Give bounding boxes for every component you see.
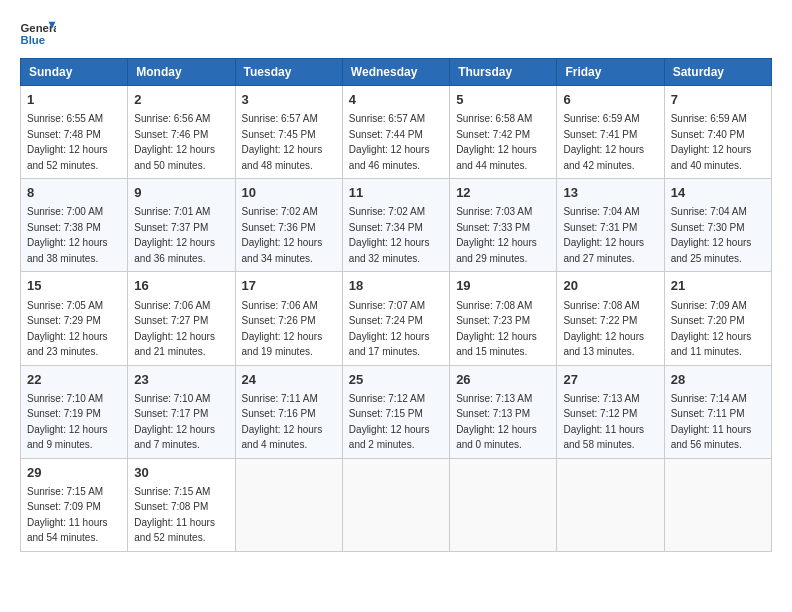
- day-number: 20: [563, 277, 657, 295]
- day-info: Sunrise: 7:11 AMSunset: 7:16 PMDaylight:…: [242, 393, 323, 451]
- day-info: Sunrise: 7:10 AMSunset: 7:19 PMDaylight:…: [27, 393, 108, 451]
- day-info: Sunrise: 6:59 AMSunset: 7:40 PMDaylight:…: [671, 113, 752, 171]
- logo: General Blue: [20, 20, 56, 48]
- calendar-cell: 13 Sunrise: 7:04 AMSunset: 7:31 PMDaylig…: [557, 179, 664, 272]
- calendar-table: SundayMondayTuesdayWednesdayThursdayFrid…: [20, 58, 772, 552]
- day-info: Sunrise: 6:55 AMSunset: 7:48 PMDaylight:…: [27, 113, 108, 171]
- day-header-saturday: Saturday: [664, 59, 771, 86]
- calendar-cell: 6 Sunrise: 6:59 AMSunset: 7:41 PMDayligh…: [557, 86, 664, 179]
- calendar-cell: 10 Sunrise: 7:02 AMSunset: 7:36 PMDaylig…: [235, 179, 342, 272]
- day-info: Sunrise: 7:01 AMSunset: 7:37 PMDaylight:…: [134, 206, 215, 264]
- day-info: Sunrise: 7:04 AMSunset: 7:31 PMDaylight:…: [563, 206, 644, 264]
- day-number: 7: [671, 91, 765, 109]
- day-header-tuesday: Tuesday: [235, 59, 342, 86]
- calendar-cell: 14 Sunrise: 7:04 AMSunset: 7:30 PMDaylig…: [664, 179, 771, 272]
- day-number: 19: [456, 277, 550, 295]
- calendar-cell: 5 Sunrise: 6:58 AMSunset: 7:42 PMDayligh…: [450, 86, 557, 179]
- day-info: Sunrise: 7:09 AMSunset: 7:20 PMDaylight:…: [671, 300, 752, 358]
- day-info: Sunrise: 6:56 AMSunset: 7:46 PMDaylight:…: [134, 113, 215, 171]
- calendar-cell: [450, 458, 557, 551]
- day-info: Sunrise: 7:06 AMSunset: 7:27 PMDaylight:…: [134, 300, 215, 358]
- day-info: Sunrise: 6:57 AMSunset: 7:45 PMDaylight:…: [242, 113, 323, 171]
- day-info: Sunrise: 7:07 AMSunset: 7:24 PMDaylight:…: [349, 300, 430, 358]
- calendar-cell: 16 Sunrise: 7:06 AMSunset: 7:27 PMDaylig…: [128, 272, 235, 365]
- day-info: Sunrise: 7:06 AMSunset: 7:26 PMDaylight:…: [242, 300, 323, 358]
- day-number: 22: [27, 371, 121, 389]
- calendar-cell: 23 Sunrise: 7:10 AMSunset: 7:17 PMDaylig…: [128, 365, 235, 458]
- calendar-cell: 22 Sunrise: 7:10 AMSunset: 7:19 PMDaylig…: [21, 365, 128, 458]
- calendar-header-row: SundayMondayTuesdayWednesdayThursdayFrid…: [21, 59, 772, 86]
- calendar-week-4: 22 Sunrise: 7:10 AMSunset: 7:19 PMDaylig…: [21, 365, 772, 458]
- day-info: Sunrise: 6:59 AMSunset: 7:41 PMDaylight:…: [563, 113, 644, 171]
- day-header-sunday: Sunday: [21, 59, 128, 86]
- day-number: 12: [456, 184, 550, 202]
- day-info: Sunrise: 7:04 AMSunset: 7:30 PMDaylight:…: [671, 206, 752, 264]
- day-number: 21: [671, 277, 765, 295]
- calendar-cell: 4 Sunrise: 6:57 AMSunset: 7:44 PMDayligh…: [342, 86, 449, 179]
- day-number: 10: [242, 184, 336, 202]
- day-info: Sunrise: 7:13 AMSunset: 7:13 PMDaylight:…: [456, 393, 537, 451]
- calendar-cell: [664, 458, 771, 551]
- day-number: 27: [563, 371, 657, 389]
- day-number: 14: [671, 184, 765, 202]
- calendar-cell: [235, 458, 342, 551]
- day-header-friday: Friday: [557, 59, 664, 86]
- day-info: Sunrise: 7:15 AMSunset: 7:08 PMDaylight:…: [134, 486, 215, 544]
- calendar-cell: 1 Sunrise: 6:55 AMSunset: 7:48 PMDayligh…: [21, 86, 128, 179]
- day-info: Sunrise: 7:08 AMSunset: 7:22 PMDaylight:…: [563, 300, 644, 358]
- calendar-cell: 9 Sunrise: 7:01 AMSunset: 7:37 PMDayligh…: [128, 179, 235, 272]
- calendar-cell: 2 Sunrise: 6:56 AMSunset: 7:46 PMDayligh…: [128, 86, 235, 179]
- calendar-cell: 27 Sunrise: 7:13 AMSunset: 7:12 PMDaylig…: [557, 365, 664, 458]
- day-info: Sunrise: 7:14 AMSunset: 7:11 PMDaylight:…: [671, 393, 752, 451]
- calendar-cell: 18 Sunrise: 7:07 AMSunset: 7:24 PMDaylig…: [342, 272, 449, 365]
- day-number: 6: [563, 91, 657, 109]
- calendar-cell: 26 Sunrise: 7:13 AMSunset: 7:13 PMDaylig…: [450, 365, 557, 458]
- day-number: 24: [242, 371, 336, 389]
- day-number: 3: [242, 91, 336, 109]
- day-number: 5: [456, 91, 550, 109]
- calendar-cell: 20 Sunrise: 7:08 AMSunset: 7:22 PMDaylig…: [557, 272, 664, 365]
- day-info: Sunrise: 7:08 AMSunset: 7:23 PMDaylight:…: [456, 300, 537, 358]
- day-number: 8: [27, 184, 121, 202]
- day-number: 26: [456, 371, 550, 389]
- calendar-cell: 15 Sunrise: 7:05 AMSunset: 7:29 PMDaylig…: [21, 272, 128, 365]
- day-info: Sunrise: 7:15 AMSunset: 7:09 PMDaylight:…: [27, 486, 108, 544]
- day-number: 15: [27, 277, 121, 295]
- calendar-cell: 21 Sunrise: 7:09 AMSunset: 7:20 PMDaylig…: [664, 272, 771, 365]
- day-number: 28: [671, 371, 765, 389]
- svg-text:Blue: Blue: [21, 34, 46, 46]
- day-info: Sunrise: 7:00 AMSunset: 7:38 PMDaylight:…: [27, 206, 108, 264]
- calendar-cell: 12 Sunrise: 7:03 AMSunset: 7:33 PMDaylig…: [450, 179, 557, 272]
- day-number: 17: [242, 277, 336, 295]
- calendar-week-3: 15 Sunrise: 7:05 AMSunset: 7:29 PMDaylig…: [21, 272, 772, 365]
- day-info: Sunrise: 7:02 AMSunset: 7:34 PMDaylight:…: [349, 206, 430, 264]
- day-info: Sunrise: 7:03 AMSunset: 7:33 PMDaylight:…: [456, 206, 537, 264]
- day-info: Sunrise: 7:10 AMSunset: 7:17 PMDaylight:…: [134, 393, 215, 451]
- calendar-cell: 25 Sunrise: 7:12 AMSunset: 7:15 PMDaylig…: [342, 365, 449, 458]
- calendar-week-2: 8 Sunrise: 7:00 AMSunset: 7:38 PMDayligh…: [21, 179, 772, 272]
- calendar-week-5: 29 Sunrise: 7:15 AMSunset: 7:09 PMDaylig…: [21, 458, 772, 551]
- calendar-cell: 11 Sunrise: 7:02 AMSunset: 7:34 PMDaylig…: [342, 179, 449, 272]
- calendar-cell: 30 Sunrise: 7:15 AMSunset: 7:08 PMDaylig…: [128, 458, 235, 551]
- calendar-cell: 17 Sunrise: 7:06 AMSunset: 7:26 PMDaylig…: [235, 272, 342, 365]
- calendar-body: 1 Sunrise: 6:55 AMSunset: 7:48 PMDayligh…: [21, 86, 772, 552]
- calendar-cell: 8 Sunrise: 7:00 AMSunset: 7:38 PMDayligh…: [21, 179, 128, 272]
- day-number: 25: [349, 371, 443, 389]
- day-number: 13: [563, 184, 657, 202]
- day-number: 11: [349, 184, 443, 202]
- day-header-wednesday: Wednesday: [342, 59, 449, 86]
- calendar-cell: 24 Sunrise: 7:11 AMSunset: 7:16 PMDaylig…: [235, 365, 342, 458]
- day-number: 1: [27, 91, 121, 109]
- day-header-thursday: Thursday: [450, 59, 557, 86]
- day-number: 9: [134, 184, 228, 202]
- day-number: 4: [349, 91, 443, 109]
- calendar-week-1: 1 Sunrise: 6:55 AMSunset: 7:48 PMDayligh…: [21, 86, 772, 179]
- day-number: 16: [134, 277, 228, 295]
- calendar-cell: 19 Sunrise: 7:08 AMSunset: 7:23 PMDaylig…: [450, 272, 557, 365]
- calendar-cell: [557, 458, 664, 551]
- day-info: Sunrise: 7:13 AMSunset: 7:12 PMDaylight:…: [563, 393, 644, 451]
- day-number: 30: [134, 464, 228, 482]
- day-number: 2: [134, 91, 228, 109]
- day-number: 23: [134, 371, 228, 389]
- day-info: Sunrise: 7:02 AMSunset: 7:36 PMDaylight:…: [242, 206, 323, 264]
